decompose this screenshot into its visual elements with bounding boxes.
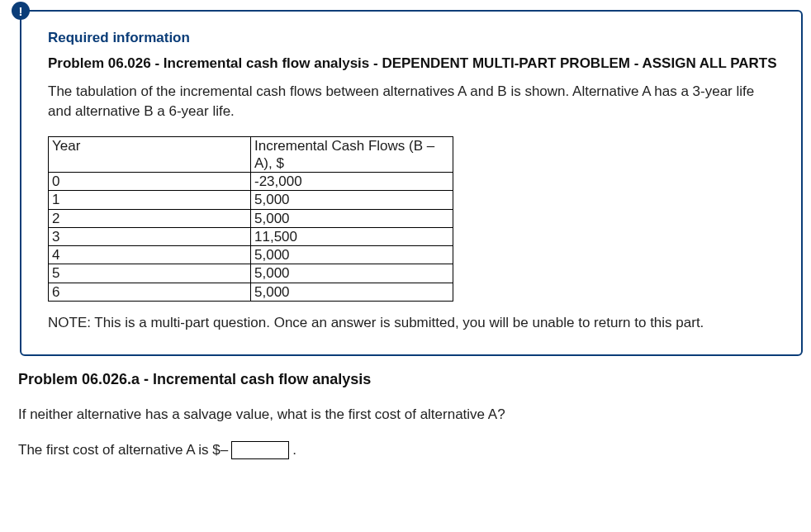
answer-suffix: .: [292, 442, 296, 458]
cell-value: 11,500: [251, 227, 453, 245]
note-text: NOTE: This is a multi-part question. Onc…: [48, 315, 781, 331]
table-row: 0 -23,000: [49, 173, 453, 191]
table-row: 5 5,000: [49, 264, 453, 283]
cell-value: 5,000: [251, 209, 453, 227]
cell-year: 0: [49, 173, 251, 191]
table-row: 2 5,000: [49, 209, 453, 227]
table-row: 3 11,500: [49, 227, 453, 245]
cell-year: 2: [49, 209, 251, 227]
cell-value: 5,000: [251, 283, 453, 301]
cell-value: 5,000: [251, 264, 453, 283]
required-information-heading: Required information: [48, 30, 781, 46]
table-row: 6 5,000: [49, 283, 453, 301]
first-cost-input[interactable]: [231, 441, 289, 459]
sub-problem-section: Problem 06.026.a - Incremental cash flow…: [18, 371, 803, 459]
cell-year: 3: [49, 227, 251, 245]
header-year: Year: [49, 136, 251, 173]
cell-value: 5,000: [251, 246, 453, 264]
question-text: If neither alternative has a salvage val…: [18, 406, 803, 423]
table-header-row: Year Incremental Cash Flows (B – A), $: [49, 136, 453, 173]
table-row: 1 5,000: [49, 191, 453, 209]
alert-badge-icon: !: [12, 2, 30, 20]
sub-problem-heading: Problem 06.026.a - Incremental cash flow…: [18, 371, 803, 388]
cell-value: 5,000: [251, 191, 453, 209]
answer-line: The first cost of alternative A is $– .: [18, 441, 803, 459]
required-info-card: Required information Problem 06.026 - In…: [20, 10, 803, 356]
header-value: Incremental Cash Flows (B – A), $: [251, 136, 453, 173]
cell-year: 6: [49, 283, 251, 301]
cell-year: 1: [49, 191, 251, 209]
problem-heading: Problem 06.026 - Incremental cash flow a…: [48, 55, 781, 74]
cell-value: -23,000: [251, 173, 453, 191]
table-row: 4 5,000: [49, 246, 453, 264]
cell-year: 5: [49, 264, 251, 283]
cell-year: 4: [49, 246, 251, 264]
intro-text: The tabulation of the incremental cash f…: [48, 82, 781, 121]
answer-prefix: The first cost of alternative A is $–: [18, 442, 228, 458]
cash-flow-table: Year Incremental Cash Flows (B – A), $ 0…: [48, 136, 453, 302]
